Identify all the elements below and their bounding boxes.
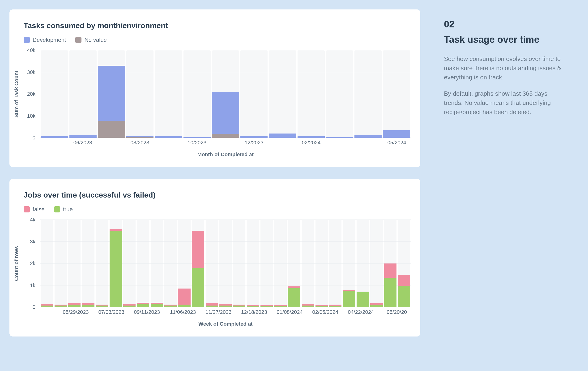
- bar[interactable]: [205, 220, 219, 307]
- legend-item-true[interactable]: true: [54, 206, 73, 213]
- bar[interactable]: [191, 220, 205, 307]
- bar[interactable]: [126, 50, 154, 138]
- bar-segment[interactable]: [302, 306, 314, 307]
- bar-segment[interactable]: [183, 137, 211, 138]
- bar-segment[interactable]: [343, 291, 355, 307]
- bar-segment[interactable]: [357, 292, 369, 307]
- bar-segment[interactable]: [98, 66, 125, 121]
- bar-segment[interactable]: [126, 137, 154, 138]
- bar-segment[interactable]: [123, 306, 136, 307]
- legend-item-false[interactable]: false: [24, 206, 45, 213]
- bar-segment[interactable]: [288, 288, 300, 307]
- bar[interactable]: [81, 220, 95, 307]
- bar[interactable]: [54, 220, 68, 307]
- legend-item-no-value[interactable]: No value: [75, 37, 107, 43]
- bar[interactable]: [219, 220, 232, 307]
- bar-segment[interactable]: [370, 305, 383, 307]
- bar[interactable]: [68, 220, 81, 307]
- bar-segment[interactable]: [261, 306, 273, 307]
- bar[interactable]: [97, 50, 126, 138]
- bar[interactable]: [40, 50, 69, 138]
- bar-segment[interactable]: [383, 130, 410, 138]
- bar-segment[interactable]: [212, 134, 239, 138]
- bar[interactable]: [40, 220, 54, 307]
- bar[interactable]: [260, 220, 273, 307]
- bar-segment[interactable]: [192, 231, 204, 268]
- bar-segment[interactable]: [178, 305, 190, 307]
- bar-segment[interactable]: [82, 303, 94, 305]
- bar-segment[interactable]: [178, 289, 190, 305]
- bar-segment[interactable]: [41, 306, 53, 307]
- x-tick-label: 02/2024: [302, 140, 321, 146]
- bar[interactable]: [154, 50, 183, 138]
- bar-segment[interactable]: [110, 231, 122, 307]
- bar-segment[interactable]: [206, 303, 218, 306]
- bar[interactable]: [384, 220, 397, 307]
- bar[interactable]: [328, 220, 342, 307]
- bar-segment[interactable]: [274, 306, 286, 307]
- bar[interactable]: [382, 50, 411, 138]
- chart-plot-area[interactable]: [40, 50, 411, 138]
- bar-segment[interactable]: [355, 135, 382, 138]
- bar-segment[interactable]: [398, 275, 410, 286]
- bar-segment[interactable]: [164, 306, 177, 307]
- bar[interactable]: [354, 50, 382, 138]
- bar[interactable]: [369, 220, 383, 307]
- legend-item-development[interactable]: Development: [24, 37, 66, 43]
- bar[interactable]: [109, 220, 123, 307]
- bar[interactable]: [397, 220, 411, 307]
- bar-segment[interactable]: [384, 263, 397, 278]
- bar-segment[interactable]: [96, 306, 108, 307]
- bar-segment[interactable]: [269, 133, 296, 138]
- bar-segment[interactable]: [219, 306, 232, 307]
- bar[interactable]: [342, 220, 356, 307]
- bar-segment[interactable]: [82, 305, 94, 307]
- bar-segment[interactable]: [329, 306, 341, 307]
- bar-segment[interactable]: [98, 121, 125, 138]
- bar-segment[interactable]: [68, 303, 81, 305]
- bar-segment[interactable]: [326, 137, 353, 138]
- bar-segment[interactable]: [192, 268, 204, 307]
- bar[interactable]: [268, 50, 297, 138]
- bar[interactable]: [315, 220, 328, 307]
- bar[interactable]: [232, 220, 246, 307]
- bar-segment[interactable]: [206, 306, 218, 307]
- chart-card-jobs-over-time: Jobs over time (successful vs failed) fa…: [10, 179, 420, 337]
- bar-segment[interactable]: [69, 135, 97, 138]
- bar-segment[interactable]: [398, 286, 410, 307]
- bar[interactable]: [273, 220, 287, 307]
- bar[interactable]: [211, 50, 240, 138]
- bar-segment[interactable]: [155, 136, 182, 138]
- bar[interactable]: [240, 50, 268, 138]
- bar-segment[interactable]: [315, 306, 328, 307]
- bar[interactable]: [150, 220, 164, 307]
- chart-plot-area[interactable]: [40, 220, 411, 307]
- bar[interactable]: [301, 220, 315, 307]
- bar[interactable]: [326, 50, 354, 138]
- bar-segment[interactable]: [54, 306, 67, 307]
- bar-segment[interactable]: [298, 136, 325, 138]
- bar[interactable]: [297, 50, 326, 138]
- bar-segment[interactable]: [41, 136, 68, 138]
- bar-segment[interactable]: [247, 306, 259, 307]
- bar-segment[interactable]: [110, 229, 122, 231]
- bar[interactable]: [177, 220, 191, 307]
- bar-segment[interactable]: [240, 136, 268, 138]
- chart-card-tasks-by-month: Tasks consumed by month/environment Deve…: [10, 10, 420, 167]
- bar[interactable]: [356, 220, 369, 307]
- bar[interactable]: [246, 220, 260, 307]
- bar-segment[interactable]: [212, 92, 239, 134]
- bar[interactable]: [183, 50, 211, 138]
- bar[interactable]: [95, 220, 109, 307]
- bar-segment[interactable]: [233, 306, 245, 307]
- bar[interactable]: [136, 220, 150, 307]
- bar[interactable]: [69, 50, 97, 138]
- bar[interactable]: [123, 220, 136, 307]
- bar-segment[interactable]: [384, 278, 397, 307]
- bar-segment[interactable]: [137, 304, 149, 307]
- bar-segment[interactable]: [288, 286, 300, 288]
- bar-segment[interactable]: [151, 304, 163, 307]
- bar-segment[interactable]: [68, 305, 81, 307]
- bar[interactable]: [164, 220, 177, 307]
- bar[interactable]: [287, 220, 301, 307]
